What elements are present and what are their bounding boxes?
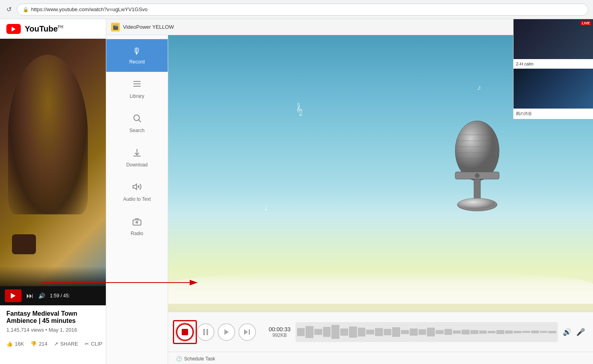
- share-label: SHARE: [60, 341, 78, 347]
- schedule-task-label: Schedule Task: [184, 356, 215, 362]
- video-controls: ⏭ 🔊 1:59 / 45:: [0, 286, 106, 305]
- play-icon: [224, 329, 229, 335]
- record-label: Record: [129, 59, 145, 65]
- wave-seg-5: [331, 325, 339, 339]
- cloud-area: [168, 264, 593, 312]
- recording-time: 00:00:33: [269, 326, 291, 332]
- like-icon: 👍: [6, 341, 13, 347]
- download-icon: [132, 148, 142, 160]
- wave-seg-2: [305, 326, 313, 338]
- audio-to-text-label: Audio to Text: [123, 196, 151, 202]
- clip-icon: ✂: [85, 341, 89, 347]
- vp-title: VideoPower YELLOW: [123, 24, 543, 30]
- wave-seg-28: [531, 330, 539, 333]
- nav-record[interactable]: 🎙 Record: [106, 39, 168, 72]
- audio-to-text-icon: [132, 182, 142, 194]
- svg-marker-28: [224, 329, 229, 335]
- svg-point-22: [475, 173, 479, 177]
- like-count: 16K: [15, 341, 24, 347]
- clip-label: CLIP: [91, 341, 103, 347]
- reload-button[interactable]: ↺: [5, 6, 13, 14]
- dislike-button[interactable]: 👎 214: [30, 341, 48, 347]
- wave-seg-9: [366, 330, 374, 334]
- wave-seg-3: [314, 329, 322, 335]
- wave-seg-17: [436, 330, 444, 334]
- video-title: Fantasy Medieval Town Ambience | 45 minu…: [6, 310, 99, 324]
- library-label: Library: [130, 93, 145, 99]
- record-icon: 🎙: [133, 46, 141, 57]
- wave-seg-15: [418, 329, 426, 335]
- video-overlay: [0, 266, 106, 286]
- svg-marker-29: [244, 329, 248, 335]
- video-meta: 1,145,714 views • May 1, 2016: [6, 327, 99, 333]
- wave-seg-16: [427, 328, 435, 336]
- tree-silhouette: [8, 55, 88, 214]
- nav-library[interactable]: Library: [106, 72, 168, 106]
- like-button[interactable]: 👍 16K: [6, 341, 24, 347]
- wave-seg-30: [548, 331, 556, 333]
- wave-seg-20: [462, 330, 470, 334]
- radio-icon: [132, 216, 142, 228]
- schedule-task-row: 🕐 Schedule Task: [168, 352, 593, 364]
- youtube-header: YouTubePH: [0, 19, 106, 39]
- volume-control-icon[interactable]: 🔊: [563, 328, 571, 336]
- nav-radio[interactable]: Radio: [106, 209, 168, 243]
- play-button[interactable]: [218, 323, 235, 341]
- youtube-logo-text: YouTubePH: [25, 24, 63, 34]
- live-badge: LIVE: [580, 21, 591, 26]
- wave-seg-19: [453, 330, 461, 334]
- lock-icon: 🔒: [23, 7, 29, 12]
- schedule-task-button[interactable]: 🕐 Schedule Task: [176, 356, 585, 362]
- svg-point-10: [136, 222, 138, 223]
- wave-seg-13: [401, 330, 409, 334]
- pause-button[interactable]: [197, 323, 214, 341]
- music-note-2: ♪: [476, 83, 482, 92]
- recording-size: 992KB: [269, 332, 291, 338]
- vp-sidebar: 🎙 Record Library: [106, 35, 168, 364]
- svg-rect-26: [203, 329, 205, 335]
- stop-button[interactable]: [176, 323, 194, 341]
- dislike-icon: 👎: [30, 341, 37, 347]
- wave-seg-14: [410, 328, 418, 336]
- volume-icon[interactable]: 🔊: [38, 293, 45, 299]
- play-button[interactable]: [5, 289, 22, 302]
- wave-seg-27: [522, 331, 530, 333]
- cloud-shape: [168, 272, 593, 304]
- skip-icon[interactable]: ⏭: [26, 292, 34, 300]
- recording-info: 00:00:33 992KB: [269, 326, 291, 338]
- url-text: https://www.youtube.com/watch?v=ugLwYV1G…: [31, 6, 148, 12]
- wave-seg-8: [358, 328, 366, 336]
- svg-rect-9: [133, 220, 141, 225]
- svg-point-4: [134, 115, 139, 121]
- svg-point-24: [457, 198, 497, 211]
- nav-audio-to-text[interactable]: Audio to Text: [106, 175, 168, 209]
- related-title-2: 雨の渋谷: [514, 109, 593, 119]
- dislike-count: 214: [39, 341, 48, 347]
- nav-search[interactable]: Search: [106, 106, 168, 140]
- related-title-1: 2-H calm: [514, 59, 593, 69]
- playback-controls: [176, 323, 256, 341]
- video-actions: 👍 16K 👎 214 ↗ SHARE ✂ CLIP ➕ SAVE •••: [6, 338, 99, 350]
- browser-chrome: ↺ 🔒 https://www.youtube.com/watch?v=ugLw…: [0, 0, 593, 19]
- wave-seg-23: [488, 331, 496, 333]
- svg-line-5: [139, 120, 141, 123]
- barrel: [12, 234, 36, 254]
- video-info: Fantasy Medieval Town Ambience | 45 minu…: [0, 305, 106, 355]
- clip-button[interactable]: ✂ CLIP: [85, 341, 103, 347]
- music-note-3: ♩: [263, 203, 268, 212]
- share-button[interactable]: ↗ SHARE: [54, 341, 78, 347]
- wave-seg-4: [323, 327, 331, 337]
- next-button[interactable]: [238, 323, 256, 341]
- wave-seg-1: [297, 328, 305, 336]
- youtube-logo-icon: [6, 24, 21, 34]
- wave-seg-21: [470, 330, 478, 334]
- microphone-illustration: [441, 107, 513, 228]
- svg-rect-27: [206, 329, 208, 335]
- share-icon: ↗: [54, 341, 58, 347]
- mic-control-icon[interactable]: 🎤: [576, 328, 585, 336]
- nav-download[interactable]: Download: [106, 140, 168, 175]
- library-icon: [132, 79, 142, 91]
- stop-btn-container: [176, 323, 194, 341]
- address-bar[interactable]: 🔒 https://www.youtube.com/watch?v=ugLwYV…: [17, 4, 588, 16]
- wave-seg-10: [375, 328, 383, 336]
